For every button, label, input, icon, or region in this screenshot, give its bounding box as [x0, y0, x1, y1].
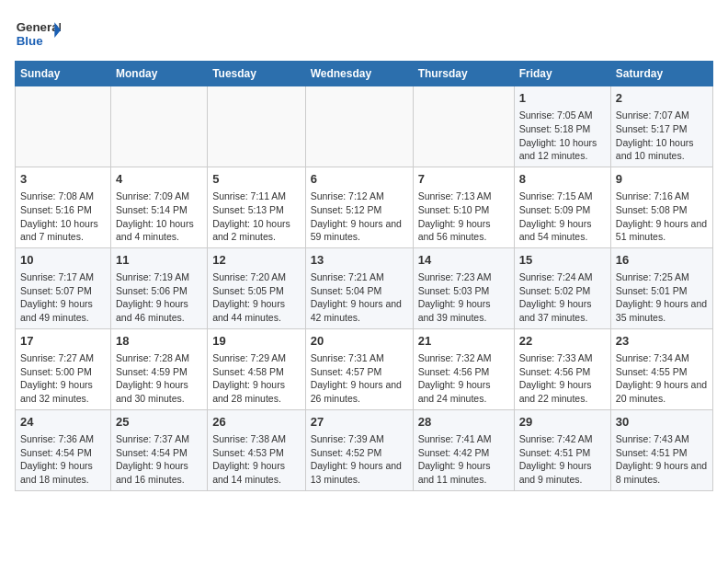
day-info-line: Sunset: 4:56 PM	[418, 365, 509, 379]
day-info-line: Sunrise: 7:05 AM	[519, 109, 606, 122]
day-info-line: Sunset: 5:04 PM	[311, 284, 408, 298]
day-number: 21	[418, 333, 509, 350]
calendar-cell: 19Sunrise: 7:29 AMSunset: 4:58 PMDayligh…	[208, 328, 306, 409]
day-info-line: Sunrise: 7:36 AM	[20, 432, 106, 446]
calendar-cell: 2Sunrise: 7:07 AMSunset: 5:17 PMDaylight…	[610, 86, 712, 167]
day-info-line: Daylight: 9 hours and 8 minutes.	[616, 459, 708, 486]
calendar-cell: 10Sunrise: 7:17 AMSunset: 5:07 PMDayligh…	[16, 247, 111, 328]
day-info-line: Sunrise: 7:15 AM	[519, 190, 606, 203]
day-number: 14	[418, 252, 509, 269]
day-info-line: Daylight: 9 hours and 42 minutes.	[311, 297, 408, 324]
day-info-line: Sunrise: 7:25 AM	[616, 270, 708, 284]
day-number: 23	[616, 333, 708, 350]
day-info-line: Daylight: 9 hours and 11 minutes.	[418, 459, 509, 486]
day-info-line: Daylight: 9 hours and 20 minutes.	[616, 378, 708, 405]
day-info-line: Daylight: 10 hours and 7 minutes.	[20, 217, 106, 244]
day-info-line: Sunset: 4:53 PM	[212, 446, 301, 460]
day-info-line: Sunset: 5:14 PM	[116, 203, 202, 217]
day-number: 4	[116, 171, 202, 188]
day-info-line: Sunset: 5:05 PM	[212, 284, 301, 298]
day-number: 15	[519, 252, 606, 269]
day-info-line: Daylight: 9 hours and 49 minutes.	[20, 297, 106, 324]
calendar-week-4: 17Sunrise: 7:27 AMSunset: 5:00 PMDayligh…	[16, 328, 713, 409]
day-info-line: Sunrise: 7:38 AM	[212, 432, 301, 446]
day-info-line: Sunset: 5:07 PM	[20, 284, 106, 298]
day-info-line: Sunset: 4:52 PM	[311, 446, 408, 460]
day-info-line: Daylight: 9 hours and 59 minutes.	[311, 217, 408, 244]
day-info-line: Sunrise: 7:19 AM	[116, 270, 202, 284]
day-number: 26	[212, 414, 301, 431]
calendar-cell: 7Sunrise: 7:13 AMSunset: 5:10 PMDaylight…	[413, 167, 514, 247]
day-info-line: Daylight: 9 hours and 9 minutes.	[519, 459, 606, 486]
day-info-line: Sunset: 5:03 PM	[418, 284, 509, 298]
day-info-line: Sunrise: 7:34 AM	[616, 351, 708, 365]
day-info-line: Daylight: 9 hours and 46 minutes.	[116, 297, 202, 324]
calendar-cell: 23Sunrise: 7:34 AMSunset: 4:55 PMDayligh…	[610, 328, 712, 409]
calendar-cell: 12Sunrise: 7:20 AMSunset: 5:05 PMDayligh…	[208, 247, 306, 328]
calendar-body: 1Sunrise: 7:05 AMSunset: 5:18 PMDaylight…	[16, 86, 713, 491]
day-info-line: Sunrise: 7:29 AM	[212, 351, 301, 365]
day-number: 5	[212, 171, 301, 188]
day-info-line: Sunset: 5:06 PM	[116, 284, 202, 298]
day-header-thursday: Thursday	[413, 62, 514, 86]
day-info-line: Sunset: 5:09 PM	[519, 203, 606, 217]
day-number: 6	[311, 171, 408, 188]
day-info-line: Sunrise: 7:08 AM	[20, 190, 106, 203]
day-info-line: Sunrise: 7:27 AM	[20, 351, 106, 365]
day-info-line: Sunrise: 7:32 AM	[418, 351, 509, 365]
page-header: General Blue	[15, 15, 713, 52]
day-number: 9	[616, 171, 708, 188]
day-number: 8	[519, 171, 606, 188]
day-info-line: Daylight: 9 hours and 37 minutes.	[519, 297, 606, 324]
day-number: 29	[519, 414, 606, 431]
day-info-line: Daylight: 10 hours and 10 minutes.	[616, 136, 708, 163]
day-number: 1	[519, 90, 606, 107]
calendar-cell: 14Sunrise: 7:23 AMSunset: 5:03 PMDayligh…	[413, 247, 514, 328]
day-info-line: Sunset: 5:01 PM	[616, 284, 708, 298]
calendar-cell	[111, 86, 208, 167]
day-info-line: Daylight: 9 hours and 32 minutes.	[20, 378, 106, 405]
calendar-cell	[413, 86, 514, 167]
calendar-cell: 8Sunrise: 7:15 AMSunset: 5:09 PMDaylight…	[514, 167, 610, 247]
day-info-line: Sunset: 5:16 PM	[20, 203, 106, 217]
calendar-cell: 16Sunrise: 7:25 AMSunset: 5:01 PMDayligh…	[610, 247, 712, 328]
day-number: 17	[20, 333, 106, 350]
svg-text:Blue: Blue	[17, 34, 43, 48]
day-header-row: SundayMondayTuesdayWednesdayThursdayFrid…	[16, 62, 713, 86]
day-info-line: Sunset: 5:17 PM	[616, 122, 708, 136]
calendar-cell: 28Sunrise: 7:41 AMSunset: 4:42 PMDayligh…	[413, 409, 514, 490]
calendar-cell: 1Sunrise: 7:05 AMSunset: 5:18 PMDaylight…	[514, 86, 610, 167]
day-info-line: Sunset: 5:10 PM	[418, 203, 509, 217]
day-number: 25	[116, 414, 202, 431]
day-number: 10	[20, 252, 106, 269]
day-info-line: Sunrise: 7:39 AM	[311, 432, 408, 446]
day-info-line: Daylight: 9 hours and 39 minutes.	[418, 297, 509, 324]
calendar-cell: 13Sunrise: 7:21 AMSunset: 5:04 PMDayligh…	[305, 247, 413, 328]
day-info-line: Sunset: 4:54 PM	[20, 446, 106, 460]
day-info-line: Daylight: 9 hours and 28 minutes.	[212, 378, 301, 405]
day-info-line: Daylight: 9 hours and 26 minutes.	[311, 378, 408, 405]
day-info-line: Daylight: 9 hours and 24 minutes.	[418, 378, 509, 405]
day-info-line: Daylight: 9 hours and 30 minutes.	[116, 378, 202, 405]
calendar-cell: 22Sunrise: 7:33 AMSunset: 4:56 PMDayligh…	[514, 328, 610, 409]
calendar-week-3: 10Sunrise: 7:17 AMSunset: 5:07 PMDayligh…	[16, 247, 713, 328]
calendar-week-2: 3Sunrise: 7:08 AMSunset: 5:16 PMDaylight…	[16, 167, 713, 247]
calendar-cell: 17Sunrise: 7:27 AMSunset: 5:00 PMDayligh…	[16, 328, 111, 409]
calendar-cell: 29Sunrise: 7:42 AMSunset: 4:51 PMDayligh…	[514, 409, 610, 490]
calendar-week-5: 24Sunrise: 7:36 AMSunset: 4:54 PMDayligh…	[16, 409, 713, 490]
day-number: 19	[212, 333, 301, 350]
day-info-line: Sunset: 5:08 PM	[616, 203, 708, 217]
day-info-line: Sunset: 4:51 PM	[519, 446, 606, 460]
day-info-line: Sunrise: 7:21 AM	[311, 270, 408, 284]
day-number: 24	[20, 414, 106, 431]
day-info-line: Sunrise: 7:20 AM	[212, 270, 301, 284]
calendar-cell: 25Sunrise: 7:37 AMSunset: 4:54 PMDayligh…	[111, 409, 208, 490]
day-number: 11	[116, 252, 202, 269]
day-info-line: Sunrise: 7:07 AM	[616, 109, 708, 122]
day-info-line: Daylight: 10 hours and 2 minutes.	[212, 217, 301, 244]
calendar-cell	[208, 86, 306, 167]
day-info-line: Sunrise: 7:42 AM	[519, 432, 606, 446]
day-info-line: Sunrise: 7:23 AM	[418, 270, 509, 284]
day-number: 13	[311, 252, 408, 269]
day-info-line: Daylight: 9 hours and 13 minutes.	[311, 459, 408, 486]
